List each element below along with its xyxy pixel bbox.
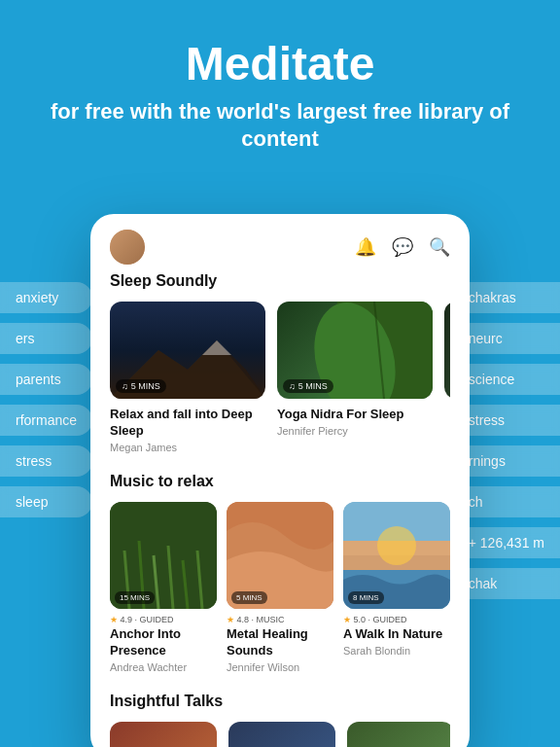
hero-subtitle: for free with the world's largest free l… [29, 98, 531, 154]
sleep-card-leaf-img: ♫5 MINS [277, 302, 433, 399]
app-card: 🔔 💬 🔍 Sleep Soundly [90, 214, 470, 747]
svg-point-17 [377, 526, 416, 565]
rating-sunset: ★ 5.0 · GUIDED [343, 615, 450, 624]
card-header: 🔔 💬 🔍 [90, 214, 470, 272]
header-icons: 🔔 💬 🔍 [355, 236, 450, 258]
card-content: Sleep Soundly ♫5 MINS [90, 272, 470, 747]
music-card-sand-title: Metal Healing Sounds [227, 626, 333, 659]
talks-row [110, 722, 450, 747]
music-card-sand[interactable]: 5 MINS ★ 4.8 · MUSIC Metal Healing Sound… [227, 502, 333, 673]
sleep-card-leaf-title: Yoga Nidra For Sleep [277, 407, 433, 423]
sleep-card-mountain-title: Relax and fall into Deep Sleep [110, 407, 265, 440]
duration-badge-leaf: ♫5 MINS [283, 379, 333, 393]
music-card-grass-img: 15 MINS [110, 502, 217, 609]
tag-parents[interactable]: parents [0, 364, 92, 395]
music-card-grass-title: Anchor Into Presence [110, 626, 217, 659]
talks-section-title: Insightful Talks [110, 693, 450, 710]
chat-icon[interactable]: 💬 [392, 236, 413, 258]
sleep-card-mountain[interactable]: ♫5 MINS Relax and fall into Deep Sleep M… [110, 302, 265, 453]
music-row: 15 MINS ★ 4.9 · GUIDED Anchor Into Prese… [110, 502, 450, 673]
bell-icon[interactable]: 🔔 [355, 236, 376, 258]
sleep-card-mountain-img: ♫5 MINS [110, 302, 265, 399]
hero-section: Meditate for free with the world's large… [0, 0, 560, 173]
avatar [110, 230, 145, 265]
tag-performance[interactable]: rformance [0, 405, 92, 436]
svg-marker-2 [202, 340, 231, 355]
sleep-card-mountain-author: Megan James [110, 442, 265, 453]
tag-ers[interactable]: ers [0, 323, 92, 354]
avatar-image [110, 230, 145, 265]
music-badge-sunset: 8 MINS [348, 591, 384, 604]
duration-badge-mountain: ♫5 MINS [116, 379, 166, 393]
talks-card-2[interactable] [228, 722, 335, 747]
rating-sand: ★ 4.8 · MUSIC [227, 615, 333, 624]
tags-left: anxiety ers parents rformance stress sle… [0, 282, 92, 517]
sleep-card-partial[interactable] [444, 302, 450, 399]
music-badge-grass: 15 MINS [115, 591, 155, 604]
music-section-title: Music to relax [110, 473, 450, 490]
tag-stress-left[interactable]: stress [0, 445, 92, 477]
talks-card-3[interactable] [347, 722, 450, 747]
music-card-sand-img: 5 MINS [227, 502, 333, 609]
sleep-card-leaf-author: Jennifer Piercy [277, 425, 433, 437]
tag-anxiety[interactable]: anxiety [0, 282, 92, 313]
hero-title: Meditate [29, 39, 531, 90]
search-icon[interactable]: 🔍 [429, 236, 450, 258]
music-card-sunset-title: A Walk In Nature [343, 626, 450, 643]
music-card-grass[interactable]: 15 MINS ★ 4.9 · GUIDED Anchor Into Prese… [110, 502, 217, 673]
music-card-grass-author: Andrea Wachter [110, 661, 217, 673]
music-card-sunset[interactable]: 8 MINS ★ 5.0 · GUIDED A Walk In Nature S… [343, 502, 450, 673]
sleep-section-title: Sleep Soundly [110, 272, 450, 290]
tag-sleep[interactable]: sleep [0, 486, 92, 517]
sleep-card-leaf[interactable]: ♫5 MINS Yoga Nidra For Sleep Jennifer Pi… [277, 302, 433, 453]
music-card-sand-author: Jennifer Wilson [227, 661, 333, 673]
talks-card-1[interactable] [110, 722, 217, 747]
music-card-sunset-author: Sarah Blondin [343, 645, 450, 657]
rating-grass: ★ 4.9 · GUIDED [110, 615, 217, 624]
music-badge-sand: 5 MINS [231, 591, 267, 604]
music-card-sunset-img: 8 MINS [343, 502, 450, 609]
sleep-row: ♫5 MINS Relax and fall into Deep Sleep M… [110, 302, 450, 453]
